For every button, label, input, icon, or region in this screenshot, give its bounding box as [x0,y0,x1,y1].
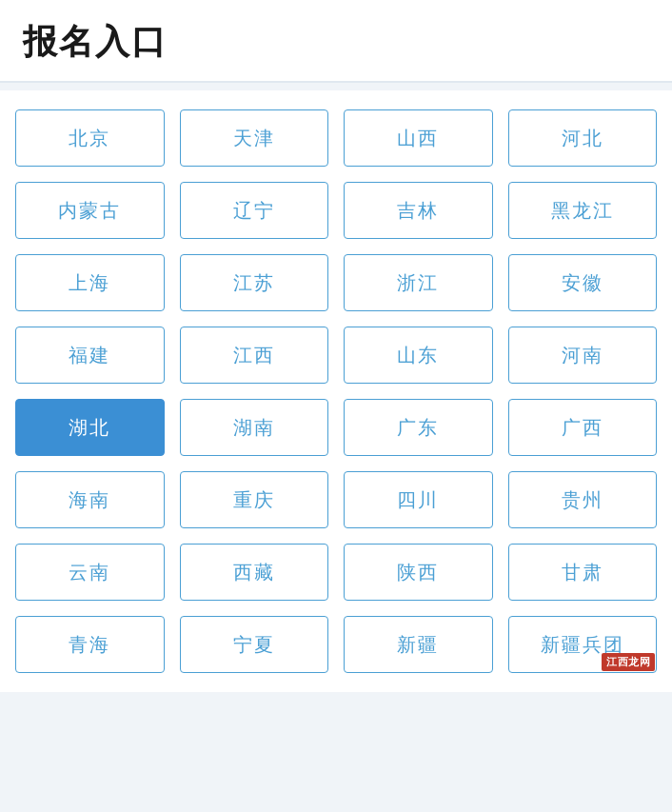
region-btn-新疆[interactable]: 新疆 [344,616,493,673]
region-btn-湖南[interactable]: 湖南 [180,399,329,456]
region-btn-上海[interactable]: 上海 [15,254,165,311]
page-container: 报名入口 北京天津山西河北内蒙古辽宁吉林黑龙江上海江苏浙江安徽福建江西山东河南湖… [0,0,672,812]
region-btn-四川[interactable]: 四川 [344,471,493,528]
region-btn-wrapper-新疆兵团: 新疆兵团江西龙网 [508,616,658,673]
region-btn-福建[interactable]: 福建 [15,327,165,384]
region-btn-北京[interactable]: 北京 [15,109,165,167]
region-btn-青海[interactable]: 青海 [15,616,165,673]
region-btn-河南[interactable]: 河南 [508,327,658,384]
region-btn-江西[interactable]: 江西 [180,327,329,384]
region-btn-广西[interactable]: 广西 [508,399,658,456]
region-btn-山西[interactable]: 山西 [344,109,493,167]
region-grid-section: 北京天津山西河北内蒙古辽宁吉林黑龙江上海江苏浙江安徽福建江西山东河南湖北湖南广东… [0,90,672,692]
region-btn-江苏[interactable]: 江苏 [180,254,329,311]
region-btn-海南[interactable]: 海南 [15,471,165,528]
region-btn-辽宁[interactable]: 辽宁 [180,182,329,239]
region-btn-浙江[interactable]: 浙江 [344,254,493,311]
region-btn-宁夏[interactable]: 宁夏 [180,616,329,673]
region-btn-陕西[interactable]: 陕西 [344,544,493,601]
region-btn-黑龙江[interactable]: 黑龙江 [508,182,658,239]
region-btn-天津[interactable]: 天津 [180,109,329,167]
region-grid: 北京天津山西河北内蒙古辽宁吉林黑龙江上海江苏浙江安徽福建江西山东河南湖北湖南广东… [15,109,657,673]
region-btn-吉林[interactable]: 吉林 [344,182,493,239]
page-title: 报名入口 [23,19,649,66]
region-btn-重庆[interactable]: 重庆 [180,471,329,528]
region-btn-云南[interactable]: 云南 [15,544,165,601]
region-btn-湖北[interactable]: 湖北 [15,399,165,456]
region-btn-内蒙古[interactable]: 内蒙古 [15,182,165,239]
region-btn-甘肃[interactable]: 甘肃 [508,544,658,601]
region-btn-安徽[interactable]: 安徽 [508,254,658,311]
region-btn-河北[interactable]: 河北 [508,109,658,167]
page-header: 报名入口 [0,0,672,83]
region-btn-广东[interactable]: 广东 [344,399,493,456]
region-btn-贵州[interactable]: 贵州 [508,471,658,528]
watermark: 江西龙网 [602,653,655,671]
region-btn-西藏[interactable]: 西藏 [180,544,329,601]
region-btn-山东[interactable]: 山东 [344,327,493,384]
